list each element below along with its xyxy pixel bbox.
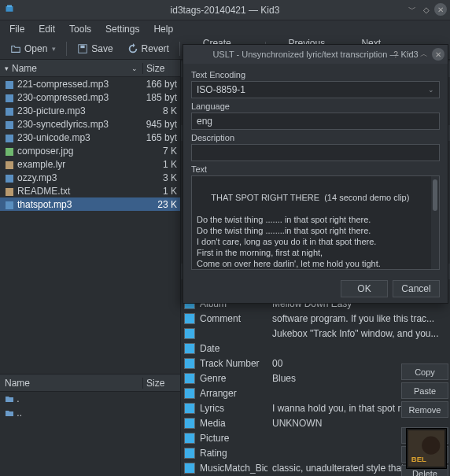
file-row[interactable]: composer.jpg7 K xyxy=(0,144,180,157)
folder-open-icon xyxy=(10,43,21,54)
close-button[interactable]: ✕ xyxy=(432,48,444,61)
file-row[interactable]: 230-unicode.mp3165 byt xyxy=(0,131,180,144)
save-button[interactable]: Save xyxy=(72,40,118,57)
folder-tree[interactable]: . .. xyxy=(0,392,180,476)
description-input[interactable] xyxy=(191,144,440,161)
paste-button[interactable]: Paste xyxy=(401,382,448,399)
file-row[interactable]: ozzy.mp33 K xyxy=(0,171,180,184)
column-name[interactable]: ▾ Name ⌄ xyxy=(0,63,142,74)
checkbox[interactable] xyxy=(184,448,195,459)
open-label: Open xyxy=(24,43,47,54)
window-title: id3tags-20140421 — Kid3 xyxy=(171,5,280,16)
menu-settings[interactable]: Settings xyxy=(99,21,146,37)
file-list-header: ▾ Name ⌄ Size xyxy=(0,60,180,77)
file-row[interactable]: example.lyr1 K xyxy=(0,157,180,171)
encoding-select[interactable]: ISO-8859-1 ⌄ xyxy=(191,81,440,98)
help-button[interactable]: ? xyxy=(389,48,402,61)
tag-row[interactable]: Commentsoftware program. If you like thi… xyxy=(181,311,450,326)
svg-rect-11 xyxy=(6,161,13,169)
album-cover[interactable]: BEL xyxy=(406,428,447,471)
minimize-button[interactable]: ﹀ xyxy=(404,48,416,61)
tree-row[interactable]: .. xyxy=(0,406,180,420)
language-label: Language xyxy=(191,101,440,111)
window-titlebar: id3tags-20140421 — Kid3 ﹀ ◇ ✕ xyxy=(0,0,450,20)
menu-edit[interactable]: Edit xyxy=(32,21,61,37)
chevron-down-icon: ⌄ xyxy=(428,86,434,94)
dialog-titlebar: USLT - Unsynchronized lyric/text transcr… xyxy=(183,45,448,64)
maximize-button[interactable]: ︿ xyxy=(418,48,430,61)
file-icon xyxy=(5,80,14,90)
checkbox[interactable] xyxy=(184,358,195,369)
tag-label: Rating xyxy=(200,448,267,459)
save-icon xyxy=(77,43,88,54)
tag-label: Picture xyxy=(200,433,267,444)
revert-label: Revert xyxy=(142,43,169,54)
close-button[interactable]: ✕ xyxy=(434,3,447,16)
cancel-button[interactable]: Cancel xyxy=(393,280,440,297)
description-label: Description xyxy=(191,133,440,142)
checkbox[interactable] xyxy=(184,403,195,414)
checkbox[interactable] xyxy=(184,388,195,399)
menu-tools[interactable]: Tools xyxy=(63,21,98,37)
column-size[interactable]: Size xyxy=(142,63,180,74)
file-list[interactable]: 221-compressed.mp3166 byt230-compressed.… xyxy=(0,77,180,374)
column-name[interactable]: Name xyxy=(0,378,142,389)
file-icon xyxy=(5,134,14,143)
maximize-button[interactable]: ◇ xyxy=(420,3,433,16)
file-icon xyxy=(5,107,14,116)
tag-label: Comment xyxy=(200,313,267,324)
svg-rect-3 xyxy=(81,45,85,48)
svg-rect-13 xyxy=(6,188,13,196)
checkbox[interactable] xyxy=(184,373,195,384)
chevron-down-icon: ▾ xyxy=(52,45,56,53)
app-icon xyxy=(5,4,14,16)
file-icon xyxy=(5,161,14,170)
text-textarea[interactable]: THAT SPOT RIGHT THERE (14 second demo cl… xyxy=(191,175,440,270)
menu-file[interactable]: File xyxy=(3,21,31,37)
file-icon xyxy=(5,94,14,103)
language-input[interactable]: eng xyxy=(191,113,440,130)
save-label: Save xyxy=(91,43,112,54)
file-row[interactable]: 230-picture.mp38 K xyxy=(0,104,180,117)
tag-row[interactable]: Jukebox "Track Info" window, and you... xyxy=(181,326,450,341)
menu-help[interactable]: Help xyxy=(147,21,179,37)
tag-row[interactable]: Date xyxy=(181,341,450,356)
tag-value[interactable]: Jukebox "Track Info" window, and you... xyxy=(272,328,450,339)
tag-label: Track Number xyxy=(200,358,267,369)
scrollbar[interactable] xyxy=(431,176,439,269)
svg-rect-0 xyxy=(6,6,13,12)
checkbox[interactable] xyxy=(184,343,195,354)
tree-row[interactable]: . xyxy=(0,392,180,406)
tag-label: Lyrics xyxy=(200,403,267,414)
svg-rect-14 xyxy=(6,201,13,209)
tag-value[interactable]: software program. If you like this trac.… xyxy=(272,313,450,324)
column-size[interactable]: Size xyxy=(142,378,180,389)
svg-text:BEL: BEL xyxy=(411,455,426,463)
checkbox[interactable] xyxy=(184,313,195,324)
file-row[interactable]: 230-syncedlyrics.mp3945 byt xyxy=(0,117,180,131)
file-row[interactable]: 230-compressed.mp3185 byt xyxy=(0,90,180,104)
remove-button[interactable]: Remove xyxy=(401,401,448,418)
file-row[interactable]: thatspot.mp323 K xyxy=(0,197,180,211)
sort-indicator-icon: ⌄ xyxy=(131,65,138,72)
file-icon xyxy=(5,201,14,210)
checkbox[interactable] xyxy=(184,418,195,429)
copy-button[interactable]: Copy xyxy=(401,363,448,380)
checkbox[interactable] xyxy=(184,433,195,444)
uslt-dialog: USLT - Unsynchronized lyric/text transcr… xyxy=(183,44,448,304)
scrollbar-thumb[interactable] xyxy=(433,179,437,211)
checkbox[interactable] xyxy=(184,463,195,474)
tag-label: Genre xyxy=(200,373,267,384)
checkbox[interactable] xyxy=(184,328,195,339)
text-label: Text xyxy=(191,164,440,174)
file-row[interactable]: README.txt1 K xyxy=(0,184,180,197)
revert-button[interactable]: Revert xyxy=(122,40,175,57)
file-row[interactable]: 221-compressed.mp3166 byt xyxy=(0,77,180,90)
folder-tree-header: Name Size xyxy=(0,375,180,392)
open-button[interactable]: Open▾ xyxy=(5,40,61,57)
svg-rect-1 xyxy=(7,6,12,7)
chevron-down-icon: ▾ xyxy=(5,65,9,72)
ok-button[interactable]: OK xyxy=(341,280,388,297)
minimize-button[interactable]: ﹀ xyxy=(406,3,419,16)
separator xyxy=(66,42,67,56)
